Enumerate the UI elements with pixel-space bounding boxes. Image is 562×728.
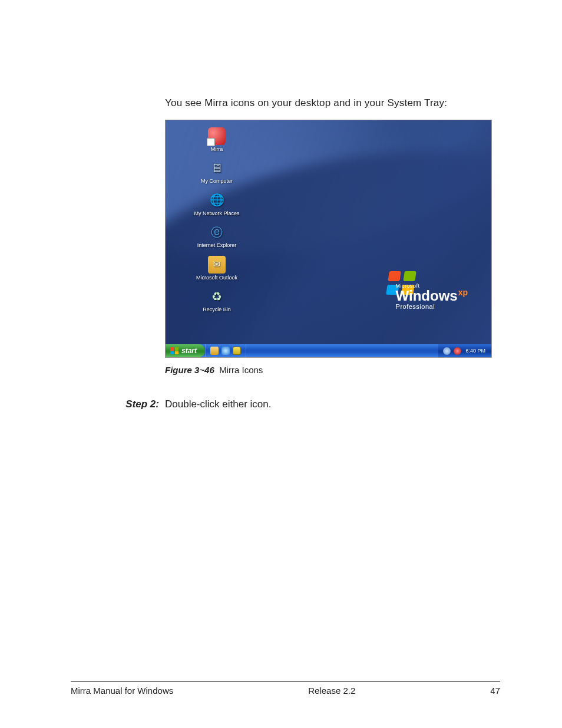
page-footer: Mirra Manual for Windows Release 2.2 47: [71, 681, 500, 696]
desktop-icon-label: Recycle Bin: [203, 307, 231, 312]
desktop-icon-label: Mirra: [211, 147, 223, 152]
tray-mirra-icon[interactable]: [454, 347, 461, 355]
quicklaunch-mail-icon[interactable]: [210, 347, 219, 355]
quicklaunch-mirra-icon[interactable]: [233, 347, 241, 355]
system-tray: 6:40 PM: [438, 344, 491, 357]
figure-caption-text: Mirra Icons: [219, 365, 263, 375]
desktop-icon-mirra[interactable]: Mirra: [194, 127, 240, 152]
desktop-icon-network[interactable]: 🌐My Network Places: [194, 192, 240, 216]
footer-center: Release 2.2: [308, 686, 355, 696]
figure-caption: Figure 3~46 Mirra Icons: [165, 365, 492, 375]
step-row: Step 2: Double-click either icon.: [71, 398, 491, 410]
mirra-icon: [208, 127, 226, 145]
quicklaunch-ie-icon[interactable]: [222, 347, 230, 355]
taskbar: start 6:40 PM: [166, 344, 491, 357]
start-button-label: start: [181, 347, 197, 355]
intro-text: You see Mirra icons on your desktop and …: [165, 97, 491, 109]
desktop-icon-label: My Network Places: [194, 211, 239, 216]
step-text: Double-click either icon.: [165, 398, 271, 410]
branding-edition: Professional: [396, 303, 468, 310]
footer-left: Mirra Manual for Windows: [71, 686, 173, 696]
desktop-icon-label: Internet Explorer: [197, 243, 237, 248]
taskbar-clock: 6:40 PM: [464, 348, 487, 354]
desktop-icon-recycle[interactable]: ♻Recycle Bin: [194, 288, 240, 312]
quick-launch-bar: [205, 344, 246, 357]
network-icon: 🌐: [208, 192, 226, 209]
windows-branding: Microsoft Windowsxp Professional: [396, 283, 468, 310]
tray-vol-icon[interactable]: [443, 347, 451, 355]
ie-icon: ⓔ: [208, 223, 226, 241]
windows-desktop-screenshot: Mirra🖥My Computer🌐My Network PlacesⓔInte…: [165, 120, 492, 358]
desktop-icon-label: My Computer: [201, 179, 233, 184]
computer-icon: 🖥: [208, 159, 226, 177]
outlook-icon: ✉: [208, 256, 226, 274]
windows-flag-icon: [170, 347, 178, 354]
start-button[interactable]: start: [166, 344, 205, 357]
desktop-icons-column: Mirra🖥My Computer🌐My Network PlacesⓔInte…: [194, 127, 240, 313]
branding-product: Windowsxp: [396, 289, 468, 303]
recycle-icon: ♻: [208, 288, 226, 305]
desktop-icon-label: Microsoft Outlook: [196, 275, 237, 281]
desktop-icon-computer[interactable]: 🖥My Computer: [194, 159, 240, 184]
step-label: Step 2:: [71, 398, 165, 410]
desktop-icon-outlook[interactable]: ✉Microsoft Outlook: [194, 256, 240, 281]
screenshot-figure: Mirra🖥My Computer🌐My Network PlacesⓔInte…: [165, 120, 492, 375]
desktop-icon-ie[interactable]: ⓔInternet Explorer: [194, 223, 240, 248]
footer-right: 47: [490, 686, 500, 696]
figure-number: Figure 3~46: [165, 365, 214, 375]
